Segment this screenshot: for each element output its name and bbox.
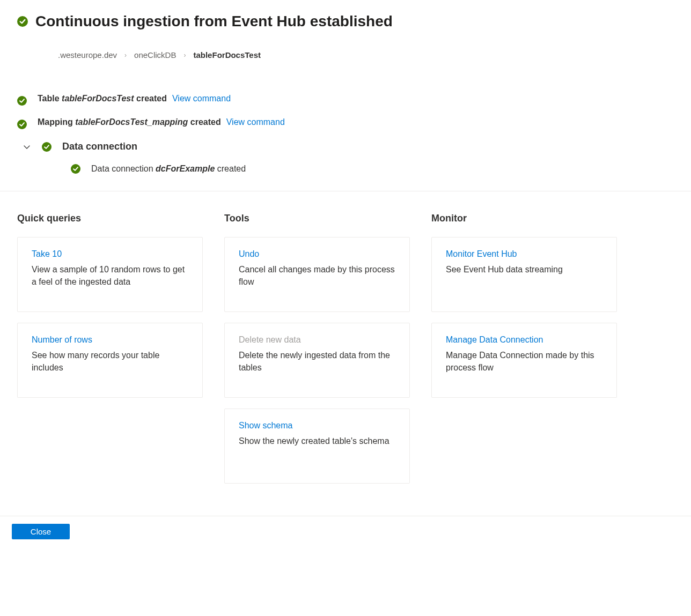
view-command-mapping-link[interactable]: View command [226,117,285,127]
card-monitor-event-hub-desc: See Event Hub data streaming [446,263,602,276]
card-monitor-event-hub-title: Monitor Event Hub [446,249,602,259]
card-monitor-event-hub[interactable]: Monitor Event Hub See Event Hub data str… [431,237,617,312]
status-mapping-created: Mapping tableForDocsTest_mapping created… [17,117,674,129]
svg-point-0 [17,16,28,27]
success-check-icon [71,164,80,174]
card-take-10-title: Take 10 [32,249,188,259]
success-check-icon [17,96,27,106]
svg-point-2 [17,120,27,129]
divider [0,191,691,191]
chevron-right-icon: › [183,51,186,59]
card-undo[interactable]: Undo Cancel all changes made by this pro… [224,237,410,312]
card-undo-title: Undo [239,249,395,259]
card-number-of-rows[interactable]: Number of rows See how many records your… [17,323,203,398]
card-show-schema[interactable]: Show schema Show the newly created table… [224,409,410,484]
card-show-schema-desc: Show the newly created table's schema [239,435,395,447]
quick-queries-title: Quick queries [17,213,203,224]
page-title: Continuous ingestion from Event Hub esta… [35,13,393,30]
card-manage-data-connection-desc: Manage Data Connection made by this proc… [446,349,602,374]
svg-point-1 [17,96,27,106]
card-manage-data-connection[interactable]: Manage Data Connection Manage Data Conne… [431,323,617,398]
card-number-of-rows-desc: See how many records your table includes [32,349,188,374]
svg-point-3 [42,142,52,152]
chevron-right-icon: › [124,51,127,59]
card-delete-new-data-title: Delete new data [239,335,395,345]
status-data-connection-created: Data connection dcForExample created [71,164,674,174]
card-manage-data-connection-title: Manage Data Connection [446,335,602,345]
breadcrumb-table: tableForDocsTest [193,50,261,60]
card-number-of-rows-title: Number of rows [32,335,188,345]
monitor-title: Monitor [431,213,617,224]
card-delete-new-data-desc: Delete the newly ingested data from the … [239,349,395,374]
status-table-created: Table tableForDocsTest created View comm… [17,94,674,106]
status-table-text: Table tableForDocsTest created [38,94,167,103]
card-delete-new-data[interactable]: Delete new data Delete the newly ingeste… [224,323,410,398]
success-check-icon [17,16,28,27]
success-check-icon [42,142,52,152]
status-mapping-text: Mapping tableForDocsTest_mapping created [38,117,221,127]
card-take-10-desc: View a sample of 10 random rows to get a… [32,263,188,288]
data-connection-section[interactable]: Data connection [17,141,674,152]
success-check-icon [17,120,27,129]
data-connection-label: Data connection [62,141,137,152]
breadcrumb: .westeurope.dev › oneClickDB › tableForD… [58,50,674,60]
status-data-connection-text: Data connection dcForExample created [91,164,246,174]
card-take-10[interactable]: Take 10 View a sample of 10 random rows … [17,237,203,312]
chevron-down-icon [23,143,31,151]
breadcrumb-cluster[interactable]: .westeurope.dev [58,50,117,60]
card-show-schema-title: Show schema [239,421,395,431]
monitor-column: Monitor Monitor Event Hub See Event Hub … [431,213,617,494]
tools-title: Tools [224,213,410,224]
breadcrumb-database[interactable]: oneClickDB [134,50,176,60]
view-command-table-link[interactable]: View command [172,94,231,103]
card-undo-desc: Cancel all changes made by this process … [239,263,395,288]
quick-queries-column: Quick queries Take 10 View a sample of 1… [17,213,203,494]
tools-column: Tools Undo Cancel all changes made by th… [224,213,410,494]
svg-point-4 [71,164,80,174]
close-button[interactable]: Close [12,524,70,539]
